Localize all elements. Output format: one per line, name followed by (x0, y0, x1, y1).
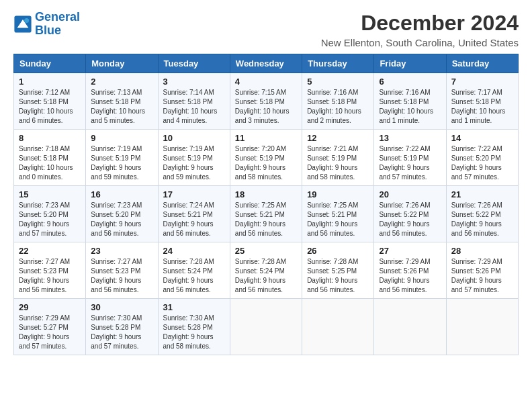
month-title: December 2024 (321, 11, 519, 36)
day-number: 31 (163, 302, 225, 312)
day-number: 10 (163, 133, 225, 143)
calendar-cell: 14 Sunrise: 7:22 AM Sunset: 5:20 PM Dayl… (446, 130, 518, 186)
day-info: Sunrise: 7:19 AM Sunset: 5:19 PM Dayligh… (91, 144, 152, 182)
day-info: Sunrise: 7:18 AM Sunset: 5:18 PM Dayligh… (19, 144, 81, 182)
day-number: 26 (307, 246, 369, 256)
day-info: Sunrise: 7:19 AM Sunset: 5:19 PM Dayligh… (163, 144, 225, 182)
calendar-week-row: 1 Sunrise: 7:12 AM Sunset: 5:18 PM Dayli… (14, 73, 519, 130)
calendar-week-row: 22 Sunrise: 7:27 AM Sunset: 5:23 PM Dayl… (14, 242, 519, 299)
col-header-wednesday: Wednesday (230, 54, 302, 73)
calendar-cell: 24 Sunrise: 7:28 AM Sunset: 5:24 PM Dayl… (158, 242, 230, 299)
calendar-cell: 17 Sunrise: 7:24 AM Sunset: 5:21 PM Dayl… (158, 186, 230, 242)
day-number: 7 (451, 77, 513, 87)
col-header-friday: Friday (374, 54, 446, 73)
day-info: Sunrise: 7:12 AM Sunset: 5:18 PM Dayligh… (19, 88, 81, 126)
day-info: Sunrise: 7:29 AM Sunset: 5:26 PM Dayligh… (451, 257, 513, 295)
calendar-cell: 13 Sunrise: 7:22 AM Sunset: 5:19 PM Dayl… (374, 130, 446, 186)
day-number: 14 (451, 133, 513, 143)
col-header-sunday: Sunday (14, 54, 86, 73)
day-info: Sunrise: 7:22 AM Sunset: 5:19 PM Dayligh… (379, 144, 441, 182)
calendar-week-row: 15 Sunrise: 7:23 AM Sunset: 5:20 PM Dayl… (14, 186, 519, 242)
calendar-cell: 21 Sunrise: 7:26 AM Sunset: 5:22 PM Dayl… (446, 186, 518, 242)
location-title: New Ellenton, South Carolina, United Sta… (321, 37, 519, 48)
day-number: 1 (19, 77, 81, 87)
calendar-cell: 29 Sunrise: 7:29 AM Sunset: 5:27 PM Dayl… (14, 299, 86, 355)
day-info: Sunrise: 7:23 AM Sunset: 5:20 PM Dayligh… (91, 201, 152, 238)
calendar-cell: 5 Sunrise: 7:16 AM Sunset: 5:18 PM Dayli… (302, 73, 374, 130)
calendar-header-row: SundayMondayTuesdayWednesdayThursdayFrid… (14, 54, 519, 73)
calendar-cell: 2 Sunrise: 7:13 AM Sunset: 5:18 PM Dayli… (86, 73, 158, 130)
day-number: 2 (91, 77, 152, 87)
logo: General Blue (13, 11, 80, 38)
day-info: Sunrise: 7:20 AM Sunset: 5:19 PM Dayligh… (235, 144, 297, 182)
calendar-cell: 16 Sunrise: 7:23 AM Sunset: 5:20 PM Dayl… (86, 186, 158, 242)
calendar-cell: 7 Sunrise: 7:17 AM Sunset: 5:18 PM Dayli… (446, 73, 518, 130)
day-number: 19 (307, 189, 369, 199)
day-info: Sunrise: 7:29 AM Sunset: 5:27 PM Dayligh… (19, 314, 81, 351)
day-info: Sunrise: 7:30 AM Sunset: 5:28 PM Dayligh… (91, 314, 152, 351)
day-info: Sunrise: 7:29 AM Sunset: 5:26 PM Dayligh… (379, 257, 441, 295)
calendar-cell: 20 Sunrise: 7:26 AM Sunset: 5:22 PM Dayl… (374, 186, 446, 242)
day-info: Sunrise: 7:22 AM Sunset: 5:20 PM Dayligh… (451, 144, 513, 182)
day-info: Sunrise: 7:28 AM Sunset: 5:24 PM Dayligh… (163, 257, 225, 295)
calendar-cell: 12 Sunrise: 7:21 AM Sunset: 5:19 PM Dayl… (302, 130, 374, 186)
day-info: Sunrise: 7:14 AM Sunset: 5:18 PM Dayligh… (163, 88, 225, 126)
calendar-cell (446, 299, 518, 355)
day-info: Sunrise: 7:21 AM Sunset: 5:19 PM Dayligh… (307, 144, 369, 182)
day-info: Sunrise: 7:28 AM Sunset: 5:25 PM Dayligh… (307, 257, 369, 295)
calendar-cell: 8 Sunrise: 7:18 AM Sunset: 5:18 PM Dayli… (14, 130, 86, 186)
day-number: 22 (19, 246, 81, 256)
calendar-week-row: 29 Sunrise: 7:29 AM Sunset: 5:27 PM Dayl… (14, 299, 519, 355)
calendar-cell: 26 Sunrise: 7:28 AM Sunset: 5:25 PM Dayl… (302, 242, 374, 299)
day-info: Sunrise: 7:27 AM Sunset: 5:23 PM Dayligh… (19, 257, 81, 295)
calendar-cell: 19 Sunrise: 7:25 AM Sunset: 5:21 PM Dayl… (302, 186, 374, 242)
day-number: 16 (91, 189, 152, 199)
calendar-cell: 4 Sunrise: 7:15 AM Sunset: 5:18 PM Dayli… (230, 73, 302, 130)
col-header-monday: Monday (86, 54, 158, 73)
calendar-cell: 23 Sunrise: 7:27 AM Sunset: 5:23 PM Dayl… (86, 242, 158, 299)
calendar-cell: 18 Sunrise: 7:25 AM Sunset: 5:21 PM Dayl… (230, 186, 302, 242)
day-number: 25 (235, 246, 297, 256)
calendar-cell: 22 Sunrise: 7:27 AM Sunset: 5:23 PM Dayl… (14, 242, 86, 299)
calendar-cell: 28 Sunrise: 7:29 AM Sunset: 5:26 PM Dayl… (446, 242, 518, 299)
day-info: Sunrise: 7:30 AM Sunset: 5:28 PM Dayligh… (163, 314, 225, 351)
col-header-thursday: Thursday (302, 54, 374, 73)
calendar-cell: 10 Sunrise: 7:19 AM Sunset: 5:19 PM Dayl… (158, 130, 230, 186)
calendar-cell: 30 Sunrise: 7:30 AM Sunset: 5:28 PM Dayl… (86, 299, 158, 355)
day-number: 23 (91, 246, 152, 256)
day-info: Sunrise: 7:16 AM Sunset: 5:18 PM Dayligh… (307, 88, 369, 126)
day-info: Sunrise: 7:13 AM Sunset: 5:18 PM Dayligh… (91, 88, 152, 126)
day-number: 28 (451, 246, 513, 256)
day-number: 24 (163, 246, 225, 256)
day-info: Sunrise: 7:27 AM Sunset: 5:23 PM Dayligh… (91, 257, 152, 295)
calendar-cell: 3 Sunrise: 7:14 AM Sunset: 5:18 PM Dayli… (158, 73, 230, 130)
logo-icon (13, 15, 32, 34)
title-block: December 2024 New Ellenton, South Caroli… (321, 11, 519, 48)
calendar-cell: 27 Sunrise: 7:29 AM Sunset: 5:26 PM Dayl… (374, 242, 446, 299)
col-header-saturday: Saturday (446, 54, 518, 73)
day-number: 11 (235, 133, 297, 143)
page-header: General Blue December 2024 New Ellenton,… (13, 11, 519, 48)
col-header-tuesday: Tuesday (158, 54, 230, 73)
day-info: Sunrise: 7:26 AM Sunset: 5:22 PM Dayligh… (379, 201, 441, 238)
calendar-week-row: 8 Sunrise: 7:18 AM Sunset: 5:18 PM Dayli… (14, 130, 519, 186)
day-number: 8 (19, 133, 81, 143)
calendar-cell: 6 Sunrise: 7:16 AM Sunset: 5:18 PM Dayli… (374, 73, 446, 130)
day-info: Sunrise: 7:23 AM Sunset: 5:20 PM Dayligh… (19, 201, 81, 238)
day-info: Sunrise: 7:17 AM Sunset: 5:18 PM Dayligh… (451, 88, 513, 126)
day-number: 27 (379, 246, 441, 256)
day-number: 15 (19, 189, 81, 199)
day-number: 17 (163, 189, 225, 199)
calendar-cell (374, 299, 446, 355)
day-number: 3 (163, 77, 225, 87)
calendar-cell: 1 Sunrise: 7:12 AM Sunset: 5:18 PM Dayli… (14, 73, 86, 130)
calendar-cell: 15 Sunrise: 7:23 AM Sunset: 5:20 PM Dayl… (14, 186, 86, 242)
day-number: 9 (91, 133, 152, 143)
day-number: 18 (235, 189, 297, 199)
day-number: 21 (451, 189, 513, 199)
day-number: 30 (91, 302, 152, 312)
day-number: 6 (379, 77, 441, 87)
day-info: Sunrise: 7:16 AM Sunset: 5:18 PM Dayligh… (379, 88, 441, 126)
day-number: 13 (379, 133, 441, 143)
svg-point-2 (24, 18, 29, 23)
